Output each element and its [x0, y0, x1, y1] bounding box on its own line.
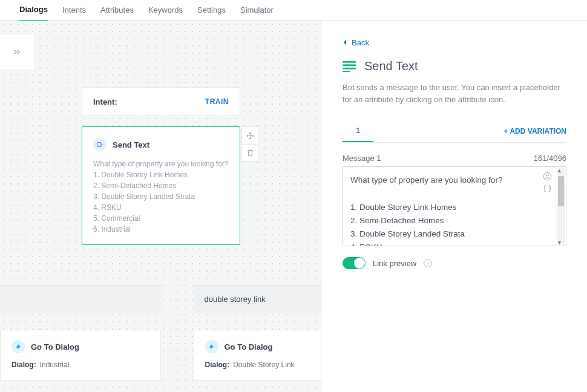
move-card-button[interactable]	[242, 127, 258, 144]
caret-left-icon	[343, 39, 347, 45]
panel-description: Bot sends a message to the user. You can…	[343, 82, 566, 105]
goto-card-right[interactable]: Go To Dialog Dialog:Double Storey Link	[194, 330, 322, 381]
sendtext-option-6: 6. Industrial	[93, 224, 229, 235]
tab-keywords[interactable]: Keywords	[148, 0, 183, 21]
branch-label-left[interactable]	[0, 285, 161, 313]
sendtext-card-body: What type of property are you looking fo…	[93, 158, 229, 235]
lightning-icon	[205, 340, 218, 353]
svg-rect-1	[343, 61, 356, 63]
smile-icon	[543, 172, 552, 181]
sidebar-collapse-button[interactable]	[0, 35, 34, 69]
intent-label: Intent:	[93, 97, 117, 106]
sendtext-option-5: 5. Commercial	[93, 213, 229, 224]
sendtext-option-2: 2. Semi-Detached Homes	[93, 180, 229, 191]
inspector-panel: Back Send Text Bot sends a message to th…	[321, 21, 587, 392]
braces-icon	[542, 185, 553, 194]
goto-card-right-kv: Dialog:Double Storey Link	[205, 361, 322, 369]
dialog-canvas[interactable]: Intent: TRAIN Send Text What type of pro…	[0, 21, 321, 392]
message-box	[343, 166, 566, 246]
delete-card-button[interactable]	[242, 144, 258, 161]
sendtext-option-1: 1. Double Storey Link Homes	[93, 169, 229, 180]
card-actions	[241, 126, 258, 162]
trash-icon	[246, 149, 254, 157]
variation-tab-1[interactable]: 1	[343, 120, 373, 142]
intent-card[interactable]: Intent: TRAIN	[82, 87, 240, 116]
message-textarea[interactable]	[343, 167, 546, 246]
goto-card-left-kv: Dialog:Industrial	[11, 361, 149, 369]
chevron-double-right-icon	[12, 47, 22, 57]
svg-rect-0	[97, 143, 101, 147]
sendtext-card-title: Send Text	[113, 140, 149, 149]
tab-intents[interactable]: Intents	[62, 0, 86, 21]
lightning-icon	[11, 340, 25, 353]
goto-card-right-title: Go To Dialog	[225, 342, 273, 351]
svg-rect-3	[343, 67, 356, 69]
message-label: Message 1	[343, 154, 381, 163]
sendtext-option-3: 3. Double Storey Landed Strata	[93, 191, 229, 202]
top-tabs: Dialogs Intents Attributes Keywords Sett…	[0, 0, 587, 21]
back-button[interactable]: Back	[343, 38, 369, 47]
tab-settings[interactable]: Settings	[197, 0, 226, 21]
textarea-scrollbar[interactable]	[557, 168, 565, 245]
attribute-button[interactable]	[542, 185, 553, 194]
char-count: 161/4096	[534, 154, 566, 163]
panel-title: Send Text	[364, 59, 418, 73]
scrollbar-thumb[interactable]	[558, 176, 564, 206]
info-icon[interactable]: i	[424, 259, 432, 267]
emoji-button[interactable]	[543, 172, 552, 181]
svg-point-5	[543, 172, 551, 180]
svg-rect-4	[343, 71, 350, 72]
add-variation-button[interactable]: + ADD VARIATION	[504, 127, 566, 136]
svg-rect-2	[343, 64, 356, 66]
move-icon	[246, 132, 254, 140]
sendtext-option-4: 4. RSKU	[93, 202, 229, 213]
variation-tabs: 1 + ADD VARIATION	[343, 120, 566, 143]
link-preview-toggle[interactable]	[343, 257, 366, 269]
goto-card-left-title: Go To Dialog	[31, 342, 79, 351]
branch-label-right[interactable]: double storey link	[194, 285, 322, 313]
svg-point-6	[546, 175, 546, 175]
link-preview-label: Link preview	[373, 259, 416, 268]
train-button[interactable]: TRAIN	[205, 97, 229, 106]
paragraph-icon	[343, 61, 356, 72]
tab-dialogs[interactable]: Dialogs	[19, 0, 48, 21]
goto-card-left[interactable]: Go To Dialog Dialog:Industrial	[0, 330, 161, 381]
tab-attributes[interactable]: Attributes	[100, 0, 134, 21]
sendtext-card[interactable]: Send Text What type of property are you …	[82, 126, 240, 245]
sendtext-icon	[93, 138, 107, 151]
tab-simulator[interactable]: Simulator	[240, 0, 274, 21]
sendtext-body-intro: What type of property are you looking fo…	[93, 158, 229, 169]
svg-point-7	[548, 175, 548, 175]
